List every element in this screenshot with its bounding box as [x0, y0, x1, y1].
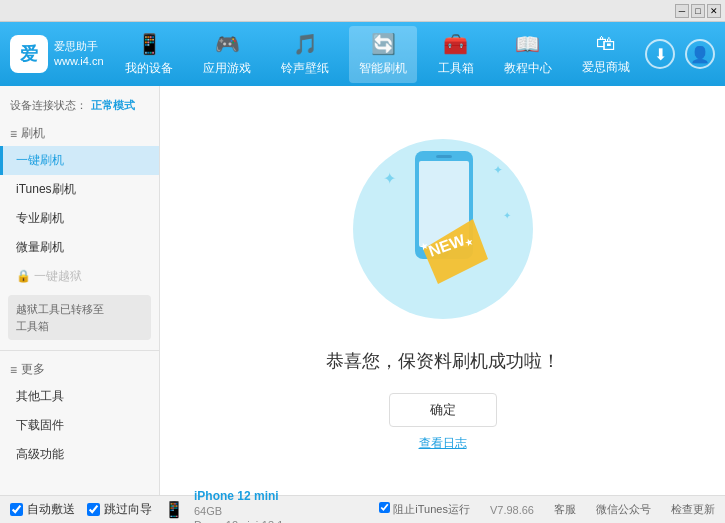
device-info: 📱 iPhone 12 mini 64GB Down-12mini-13,1	[164, 489, 283, 524]
nav-smart-flash[interactable]: 🔄 智能刷机	[349, 26, 417, 83]
sidebar-item-pro-flash[interactable]: 专业刷机	[0, 204, 159, 233]
auto-send-checkbox[interactable]: 自动敷送	[10, 501, 75, 518]
more-icon: ≡	[10, 363, 17, 377]
jailbreak-notice: 越狱工具已转移至工具箱	[8, 295, 151, 340]
sparkle-right: ✦	[493, 163, 503, 177]
sidebar-item-download-firmware[interactable]: 下载固件	[0, 411, 159, 440]
main-area: 设备连接状态： 正常模式 ≡ 刷机 一键刷机 iTunes刷机 专业刷机 微量刷…	[0, 86, 725, 495]
apps-icon: 🎮	[215, 32, 240, 56]
flash-icon: 🔄	[371, 32, 396, 56]
phone-small-icon: 📱	[164, 500, 184, 519]
sidebar-item-micro-flash[interactable]: 微量刷机	[0, 233, 159, 262]
maximize-button[interactable]: □	[691, 4, 705, 18]
nav-store[interactable]: 🛍 爱思商城	[572, 26, 640, 82]
download-button[interactable]: ⬇	[645, 39, 675, 69]
user-button[interactable]: 👤	[685, 39, 715, 69]
phone-speaker	[436, 155, 452, 158]
nav-bar: 📱 我的设备 🎮 应用游戏 🎵 铃声壁纸 🔄 智能刷机 🧰 工具箱 📖 教程中心…	[110, 26, 645, 83]
content-area: ✦ ✦ ✦ NEW ★ ★ 恭喜您，保资料刷机成功啦！ 确定 查看日志	[160, 86, 725, 495]
sidebar-divider	[0, 350, 159, 351]
nav-tools[interactable]: 🧰 工具箱	[428, 26, 484, 83]
bottom-left: 自动敷送 跳过向导 📱 iPhone 12 mini 64GB Down-12m…	[10, 489, 283, 524]
lock-icon: 🔒	[16, 269, 31, 283]
via-wizard-input[interactable]	[87, 503, 100, 516]
sidebar-item-other-tools[interactable]: 其他工具	[0, 382, 159, 411]
sidebar-item-itunes-flash[interactable]: iTunes刷机	[0, 175, 159, 204]
window-controls[interactable]: ─ □ ✕	[675, 4, 721, 18]
header-right: ⬇ 👤	[645, 39, 715, 69]
wechat-link[interactable]: 微信公众号	[596, 502, 651, 517]
restart-link[interactable]: 查看日志	[419, 435, 467, 452]
minimize-button[interactable]: ─	[675, 4, 689, 18]
connection-status: 设备连接状态： 正常模式	[0, 94, 159, 121]
logo-icon: 爱	[10, 35, 48, 73]
title-bar: ─ □ ✕	[0, 0, 725, 22]
tutorials-icon: 📖	[515, 32, 540, 56]
itunes-checkbox[interactable]	[379, 502, 390, 513]
tools-icon: 🧰	[443, 32, 468, 56]
device-icon: 📱	[137, 32, 162, 56]
itunes-status: 阻止iTunes运行	[379, 502, 470, 517]
close-button[interactable]: ✕	[707, 4, 721, 18]
section-more: ≡ 更多	[0, 357, 159, 382]
ringtones-icon: 🎵	[293, 32, 318, 56]
phone-svg: ✦ ✦ ✦ NEW ★ ★	[343, 129, 543, 329]
sidebar-item-advanced[interactable]: 高级功能	[0, 440, 159, 469]
bottom-bar: 自动敷送 跳过向导 📱 iPhone 12 mini 64GB Down-12m…	[0, 495, 725, 523]
store-icon: 🛍	[596, 32, 616, 55]
nav-tutorials[interactable]: 📖 教程中心	[494, 26, 562, 83]
sparkle-right2: ✦	[503, 210, 511, 221]
nav-apps-games[interactable]: 🎮 应用游戏	[193, 26, 261, 83]
sidebar-item-one-click-flash[interactable]: 一键刷机	[0, 146, 159, 175]
version-text: V7.98.66	[490, 504, 534, 516]
support-link[interactable]: 客服	[554, 502, 576, 517]
sparkle-left: ✦	[383, 170, 396, 187]
auto-send-input[interactable]	[10, 503, 23, 516]
success-message: 恭喜您，保资料刷机成功啦！	[326, 349, 560, 373]
bottom-right: 阻止iTunes运行 V7.98.66 客服 微信公众号 检查更新	[379, 502, 715, 517]
nav-ringtones[interactable]: 🎵 铃声壁纸	[271, 26, 339, 83]
section-flash-icon: ≡	[10, 127, 17, 141]
check-update-link[interactable]: 检查更新	[671, 502, 715, 517]
section-flash: ≡ 刷机	[0, 121, 159, 146]
sidebar: 设备连接状态： 正常模式 ≡ 刷机 一键刷机 iTunes刷机 专业刷机 微量刷…	[0, 86, 160, 495]
nav-my-device[interactable]: 📱 我的设备	[115, 26, 183, 83]
phone-illustration: ✦ ✦ ✦ NEW ★ ★	[343, 129, 543, 329]
logo-text: 爱思助手 www.i4.cn	[54, 39, 104, 70]
sidebar-item-jailbreak: 🔒 一键越狱	[0, 262, 159, 291]
device-details: iPhone 12 mini 64GB Down-12mini-13,1	[194, 489, 283, 524]
via-wizard-checkbox[interactable]: 跳过向导	[87, 501, 152, 518]
logo[interactable]: 爱 爱思助手 www.i4.cn	[10, 35, 110, 73]
header: 爱 爱思助手 www.i4.cn 📱 我的设备 🎮 应用游戏 🎵 铃声壁纸 🔄 …	[0, 22, 725, 86]
confirm-button[interactable]: 确定	[389, 393, 497, 427]
